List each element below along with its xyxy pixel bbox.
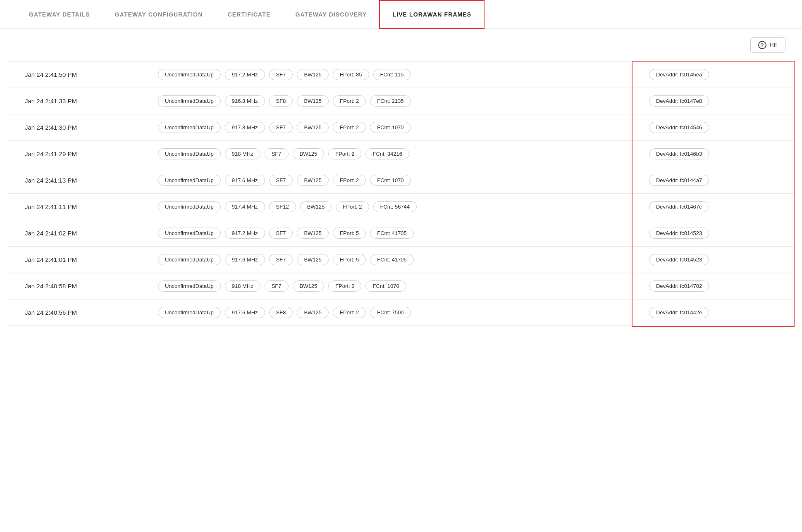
bw-tag: BW125 bbox=[293, 148, 325, 159]
table-row[interactable]: Jan 24 2:41:29 PMUnconfirmedDataUp918 MH… bbox=[8, 141, 794, 167]
timestamp-cell: Jan 24 2:40:56 PM bbox=[8, 299, 141, 326]
fcnt-tag: FCnt: 1070 bbox=[365, 280, 406, 292]
devaddr-cell: DevAddr: fc014546 bbox=[633, 114, 794, 141]
devaddr-tag: DevAddr: fc0144a7 bbox=[649, 175, 709, 186]
tags-cell: UnconfirmedDataUp918 MHzSF7BW125FPort: 2… bbox=[141, 141, 633, 167]
freq-tag: 917.6 MHz bbox=[225, 307, 265, 318]
sf-tag: SF7 bbox=[265, 280, 289, 292]
freq-tag: 917.8 MHz bbox=[225, 122, 265, 133]
table-row[interactable]: Jan 24 2:41:50 PMUnconfirmedDataUp917.2 … bbox=[8, 62, 794, 88]
table-row[interactable]: Jan 24 2:41:13 PMUnconfirmedDataUp917.6 … bbox=[8, 167, 794, 194]
timestamp: Jan 24 2:40:58 PM bbox=[25, 283, 77, 290]
freq-tag: 917.4 MHz bbox=[225, 201, 265, 212]
devaddr-tag: DevAddr: fc01467c bbox=[649, 201, 709, 212]
table-row[interactable]: Jan 24 2:41:33 PMUnconfirmedDataUp916.8 … bbox=[8, 88, 794, 114]
fcnt-tag: FCnt: 34216 bbox=[365, 148, 409, 159]
tabs-container: GATEWAY DETAILS GATEWAY CONFIGURATION CE… bbox=[0, 0, 802, 29]
table-row[interactable]: Jan 24 2:40:56 PMUnconfirmedDataUp917.6 … bbox=[8, 299, 794, 326]
freq-tag: 917.2 MHz bbox=[225, 228, 265, 239]
fcnt-tag: FCnt: 41705 bbox=[370, 254, 414, 265]
fcnt-tag: FCnt: 1070 bbox=[370, 122, 411, 133]
help-button[interactable]: ? HE bbox=[750, 37, 785, 53]
tab-live-lorawan-frames[interactable]: LIVE LORAWAN FRAMES bbox=[379, 0, 485, 29]
tags-cell: UnconfirmedDataUp916.8 MHzSF8BW125FPort:… bbox=[141, 88, 633, 114]
devaddr-cell: DevAddr: fc01467c bbox=[633, 194, 794, 220]
timestamp-cell: Jan 24 2:41:50 PM bbox=[8, 62, 141, 88]
timestamp-cell: Jan 24 2:41:11 PM bbox=[8, 194, 141, 220]
fcnt-tag: FCnt: 56744 bbox=[373, 201, 417, 212]
tags-cell: UnconfirmedDataUp917.2 MHzSF7BW125FPort:… bbox=[141, 220, 633, 247]
type-tag: UnconfirmedDataUp bbox=[158, 307, 221, 318]
freq-tag: 918 MHz bbox=[225, 148, 260, 159]
tab-gateway-discovery[interactable]: GATEWAY DISCOVERY bbox=[283, 0, 379, 29]
fcnt-tag: FCnt: 41705 bbox=[370, 228, 414, 239]
timestamp-cell: Jan 24 2:41:01 PM bbox=[8, 247, 141, 273]
sf-tag: SF7 bbox=[269, 122, 293, 133]
fport-tag: FPort: 5 bbox=[333, 228, 366, 239]
tags-cell: UnconfirmedDataUp917.2 MHzSF7BW125FPort:… bbox=[141, 62, 633, 88]
type-tag: UnconfirmedDataUp bbox=[158, 254, 221, 265]
type-tag: UnconfirmedDataUp bbox=[158, 228, 221, 239]
timestamp: Jan 24 2:41:29 PM bbox=[25, 150, 77, 157]
toolbar: ? HE bbox=[0, 29, 802, 61]
devaddr-tag: DevAddr: fc0146b3 bbox=[649, 148, 709, 159]
fport-tag: FPort: 2 bbox=[333, 122, 366, 133]
fport-tag: FPort: 2 bbox=[333, 95, 366, 107]
help-icon: ? bbox=[758, 41, 766, 49]
timestamp: Jan 24 2:41:11 PM bbox=[25, 203, 77, 210]
fport-tag: FPort: 2 bbox=[336, 201, 369, 212]
timestamp: Jan 24 2:41:02 PM bbox=[25, 230, 77, 237]
bw-tag: BW125 bbox=[293, 280, 325, 292]
timestamp: Jan 24 2:40:56 PM bbox=[25, 309, 77, 316]
fport-tag: FPort: 2 bbox=[333, 175, 366, 186]
timestamp-cell: Jan 24 2:41:30 PM bbox=[8, 114, 141, 141]
devaddr-cell: DevAddr: fc014523 bbox=[633, 247, 794, 273]
type-tag: UnconfirmedDataUp bbox=[158, 175, 221, 186]
bw-tag: BW125 bbox=[297, 69, 329, 80]
sf-tag: SF7 bbox=[269, 228, 293, 239]
help-label: HE bbox=[770, 42, 778, 48]
sf-tag: SF7 bbox=[269, 69, 293, 80]
fport-tag: FPort: 2 bbox=[328, 280, 361, 292]
tab-certificate[interactable]: CERTIFICATE bbox=[215, 0, 283, 29]
sf-tag: SF7 bbox=[269, 175, 293, 186]
bw-tag: BW125 bbox=[297, 95, 329, 107]
fport-tag: FPort: 2 bbox=[333, 307, 366, 318]
devaddr-tag: DevAddr: fc014523 bbox=[649, 228, 709, 239]
devaddr-cell: DevAddr: fc0147e8 bbox=[633, 88, 794, 114]
sf-tag: SF12 bbox=[269, 201, 296, 212]
table-row[interactable]: Jan 24 2:41:02 PMUnconfirmedDataUp917.2 … bbox=[8, 220, 794, 247]
table-row[interactable]: Jan 24 2:41:01 PMUnconfirmedDataUp917.6 … bbox=[8, 247, 794, 273]
bw-tag: BW125 bbox=[297, 307, 329, 318]
tags-cell: UnconfirmedDataUp917.8 MHzSF7BW125FPort:… bbox=[141, 114, 633, 141]
timestamp-cell: Jan 24 2:41:29 PM bbox=[8, 141, 141, 167]
frames-table: Jan 24 2:41:50 PMUnconfirmedDataUp917.2 … bbox=[8, 61, 794, 326]
bw-tag: BW125 bbox=[297, 228, 329, 239]
devaddr-cell: DevAddr: fc0146b3 bbox=[633, 141, 794, 167]
devaddr-cell: DevAddr: fc0144a7 bbox=[633, 167, 794, 194]
tags-cell: UnconfirmedDataUp917.6 MHzSF7BW125FPort:… bbox=[141, 247, 633, 273]
fcnt-tag: FCnt: 7500 bbox=[370, 307, 411, 318]
timestamp-cell: Jan 24 2:41:33 PM bbox=[8, 88, 141, 114]
sf-tag: SF8 bbox=[269, 95, 293, 107]
timestamp-cell: Jan 24 2:41:13 PM bbox=[8, 167, 141, 194]
tab-gateway-details[interactable]: GATEWAY DETAILS bbox=[17, 0, 103, 29]
freq-tag: 917.6 MHz bbox=[225, 254, 265, 265]
tags-cell: UnconfirmedDataUp917.6 MHzSF7BW125FPort:… bbox=[141, 167, 633, 194]
type-tag: UnconfirmedDataUp bbox=[158, 201, 221, 212]
freq-tag: 917.6 MHz bbox=[225, 175, 265, 186]
freq-tag: 916.8 MHz bbox=[225, 95, 265, 107]
timestamp: Jan 24 2:41:33 PM bbox=[25, 97, 77, 104]
fport-tag: FPort: 85 bbox=[333, 69, 369, 80]
tab-gateway-configuration[interactable]: GATEWAY CONFIGURATION bbox=[103, 0, 215, 29]
frames-container: Jan 24 2:41:50 PMUnconfirmedDataUp917.2 … bbox=[0, 61, 802, 326]
devaddr-tag: DevAddr: fc014546 bbox=[649, 122, 709, 133]
type-tag: UnconfirmedDataUp bbox=[158, 69, 221, 80]
table-row[interactable]: Jan 24 2:41:11 PMUnconfirmedDataUp917.4 … bbox=[8, 194, 794, 220]
table-row[interactable]: Jan 24 2:41:30 PMUnconfirmedDataUp917.8 … bbox=[8, 114, 794, 141]
tags-cell: UnconfirmedDataUp917.4 MHzSF12BW125FPort… bbox=[141, 194, 633, 220]
fport-tag: FPort: 5 bbox=[333, 254, 366, 265]
type-tag: UnconfirmedDataUp bbox=[158, 122, 221, 133]
devaddr-cell: DevAddr: fc014523 bbox=[633, 220, 794, 247]
table-row[interactable]: Jan 24 2:40:58 PMUnconfirmedDataUp918 MH… bbox=[8, 273, 794, 299]
